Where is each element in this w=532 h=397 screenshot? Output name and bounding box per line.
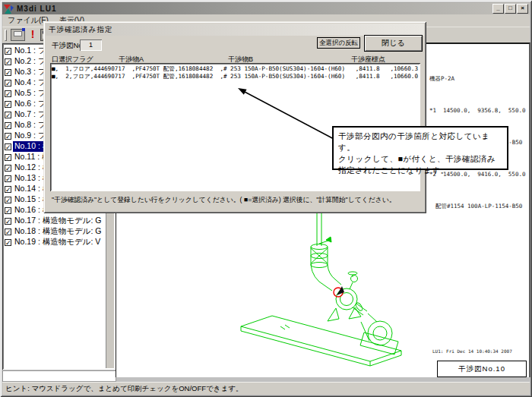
- title-bar[interactable]: M3di LU1 _ □ ×: [2, 2, 530, 14]
- checkbox-icon[interactable]: ✓: [5, 218, 11, 225]
- checkbox-icon[interactable]: ✓: [5, 58, 11, 65]
- checkbox-icon[interactable]: ✓: [5, 207, 11, 214]
- list-item-label: No.9 : フ: [13, 131, 48, 141]
- list-item-label: No.4 : フ: [13, 77, 48, 88]
- table-row[interactable]: ■, 1,フロア,444690717 ,PF4750T 配管,161808448…: [52, 65, 419, 73]
- checkbox-icon[interactable]: ✓: [5, 143, 11, 150]
- callout-line-1: 干渉部分図内の干渉箇所と対応しています。: [338, 131, 502, 153]
- list-item-label: No.7 : フ: [13, 109, 48, 120]
- app-window: M3di LU1 _ □ × ファイル(F) 表示(V) ! ✓No.1 : フ…: [0, 0, 532, 397]
- checkbox-icon[interactable]: ✓: [5, 154, 11, 161]
- pipe2-label: 配管#1154 100A-LP-1154-B50: [429, 201, 525, 212]
- checkbox-icon[interactable]: ✓: [5, 69, 11, 76]
- checkbox-icon[interactable]: ✓: [5, 197, 11, 203]
- table-row[interactable]: ■, 2,フロア,444690717 ,PF4750T 配管,161808448…: [52, 73, 419, 80]
- annotation-callout: 干渉部分図内の干渉箇所と対応しています。 クリックして、■が付くと、干渉確認済み…: [332, 126, 508, 170]
- printer-icon[interactable]: [11, 29, 25, 41]
- status-bar: ヒント: マウスドラッグで、まとめて印刷チェックをON/OFFできます。: [2, 382, 530, 395]
- checkbox-icon[interactable]: ✓: [5, 90, 11, 97]
- checkbox-icon[interactable]: ✓: [5, 122, 11, 129]
- window-title: M3di LU1: [17, 5, 56, 13]
- point1-coords: *1 14500.0, 9356.8, 550.0: [429, 106, 525, 116]
- close-dialog-button[interactable]: 閉じる: [364, 35, 423, 52]
- horizontal-scrollbar[interactable]: [2, 370, 116, 382]
- list-item[interactable]: ✓No.18 : 構造物モデル: G: [5, 226, 105, 237]
- dialog-title-bar[interactable]: 干渉確認済み指定: [46, 24, 424, 36]
- list-item-label: No.17 : 構造物モデル: G: [13, 216, 103, 226]
- list-item-label: No.3 : フ: [13, 67, 48, 77]
- list-item-label: No.5 : フ: [13, 88, 48, 99]
- checkbox-icon[interactable]: ✓: [5, 239, 11, 246]
- checkbox-icon[interactable]: ✓: [5, 48, 11, 55]
- list-item-label: No.2 : フ: [13, 56, 48, 67]
- maximize-button[interactable]: □: [505, 4, 516, 14]
- checkbox-icon[interactable]: ✓: [5, 101, 11, 108]
- list-item-label: No.8 : フ: [13, 120, 48, 131]
- callout-line-3: 指定されたことになります。: [338, 165, 502, 176]
- alert-icon[interactable]: !: [29, 29, 36, 41]
- close-window-button[interactable]: ×: [517, 4, 528, 14]
- minimize-button[interactable]: _: [492, 4, 504, 14]
- interference-no-field[interactable]: 1: [80, 39, 102, 51]
- interference-confirm-dialog: 干渉確認済み指定 干渉図No. 1 全選択の反転 閉じる 口選択フラグ 干渉物A…: [43, 21, 426, 213]
- invert-selection-button[interactable]: 全選択の反転: [317, 37, 360, 49]
- list-item[interactable]: ✓No.19 : 構造物モデル: V: [5, 237, 105, 247]
- drawing-title-block: 干渉図No.10: [437, 361, 527, 377]
- dialog-instruction: "干渉確認済み"として登録したい行をクリックしてください。( ■=選択済み) 選…: [52, 196, 396, 205]
- app-logo-icon: [4, 4, 14, 14]
- checkbox-icon[interactable]: ✓: [5, 112, 11, 118]
- callout-line-2: クリックして、■が付くと、干渉確認済み: [338, 153, 502, 165]
- checkbox-icon[interactable]: ✓: [5, 133, 11, 140]
- checkbox-icon[interactable]: ✓: [5, 165, 11, 172]
- list-item-label: No.1 : フ: [13, 46, 48, 56]
- dialog-title: 干渉確認済み指定: [49, 25, 112, 35]
- list-item-label: No.6 : フ: [13, 99, 48, 109]
- checkbox-icon[interactable]: ✓: [5, 175, 11, 182]
- checkbox-icon[interactable]: ✓: [5, 228, 11, 235]
- checkbox-icon[interactable]: ✓: [5, 80, 11, 87]
- interference-marker: [334, 286, 344, 297]
- toolbar-grip[interactable]: [5, 30, 7, 41]
- timestamp: LU1: Fri Dec 14 10:40:34 2007: [432, 348, 512, 354]
- checkbox-icon[interactable]: ✓: [5, 186, 11, 193]
- equipment-label: 機器P-2A: [429, 74, 525, 84]
- status-hint: ヒント: マウスドラッグで、まとめて印刷チェックをON/OFFできます。: [5, 384, 243, 394]
- list-item[interactable]: ✓No.17 : 構造物モデル: G: [5, 216, 105, 226]
- list-item-label: No.19 : 構造物モデル: V: [13, 237, 102, 247]
- list-item-label: No.18 : 構造物モデル: G: [13, 226, 103, 237]
